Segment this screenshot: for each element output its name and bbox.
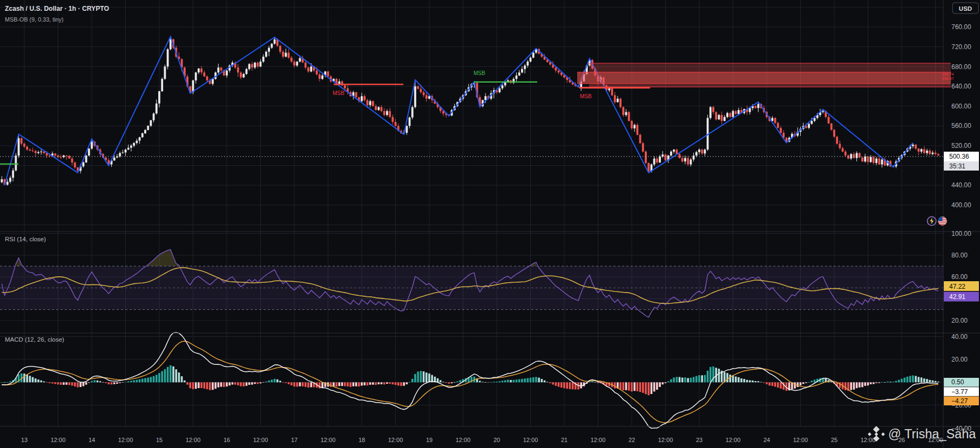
svg-text:25: 25	[831, 437, 837, 443]
svg-text:35:31: 35:31	[949, 162, 965, 170]
svg-text:12:00: 12:00	[793, 437, 808, 443]
svg-text:500.36: 500.36	[949, 153, 969, 160]
svg-text:12:00: 12:00	[523, 437, 538, 443]
svg-text:20.00: 20.00	[951, 317, 968, 324]
svg-text:15: 15	[156, 437, 163, 443]
svg-text:400.00: 400.00	[951, 201, 971, 209]
svg-text:17: 17	[291, 437, 298, 443]
svg-text:12:00: 12:00	[118, 437, 133, 443]
svg-text:12:00: 12:00	[388, 437, 403, 443]
svg-text:0.50: 0.50	[951, 378, 964, 386]
svg-text:22: 22	[628, 437, 635, 443]
svg-text:16: 16	[224, 437, 230, 443]
svg-text:640.00: 640.00	[951, 83, 971, 90]
svg-text:12:00: 12:00	[51, 437, 66, 443]
svg-text:MSB-OB (9, 0.33, tiny): MSB-OB (9, 0.33, tiny)	[5, 16, 64, 23]
svg-text:100.00: 100.00	[951, 230, 971, 237]
svg-text:−3.77: −3.77	[951, 388, 968, 396]
svg-text:659.67: 659.67	[942, 77, 954, 80]
svg-text:12:00: 12:00	[321, 437, 336, 443]
svg-text:720.00: 720.00	[951, 43, 971, 51]
svg-text:12:00: 12:00	[861, 437, 876, 443]
svg-text:20.00: 20.00	[951, 356, 968, 363]
svg-text:40.00: 40.00	[951, 333, 968, 341]
svg-text:MACD (12, 26, close): MACD (12, 26, close)	[5, 336, 64, 343]
svg-text:80.00: 80.00	[951, 252, 968, 259]
svg-text:760.00: 760.00	[951, 23, 971, 31]
svg-text:12:00: 12:00	[726, 437, 741, 443]
svg-text:42.91: 42.91	[949, 293, 965, 301]
svg-text:MSB: MSB	[333, 90, 344, 96]
svg-text:12:00: 12:00	[253, 437, 268, 443]
svg-text:24: 24	[763, 437, 770, 443]
svg-text:12:00: 12:00	[591, 437, 606, 443]
svg-text:@ Trisha_Saha: @ Trisha_Saha	[888, 427, 976, 441]
svg-text:USD: USD	[959, 5, 972, 12]
svg-text:18: 18	[359, 437, 365, 443]
svg-text:RSI (14, close): RSI (14, close)	[5, 236, 46, 242]
svg-text:684.74: 684.74	[942, 72, 954, 76]
svg-text:600.00: 600.00	[951, 103, 971, 110]
svg-text:19: 19	[426, 437, 432, 443]
svg-text:13: 13	[21, 437, 28, 443]
svg-text:12:00: 12:00	[658, 437, 673, 443]
svg-text:12:00: 12:00	[186, 437, 201, 443]
svg-text:12:00: 12:00	[456, 437, 471, 443]
svg-text:20: 20	[494, 437, 500, 443]
svg-text:47.22: 47.22	[949, 283, 965, 290]
svg-text:520.00: 520.00	[951, 142, 971, 150]
svg-text:Zcash / U.S. Dollar · 1h · CRY: Zcash / U.S. Dollar · 1h · CRYPTO	[5, 5, 109, 12]
svg-text:23: 23	[696, 437, 702, 443]
svg-text:21: 21	[561, 437, 567, 443]
svg-text:440.00: 440.00	[951, 181, 971, 189]
svg-text:680.00: 680.00	[951, 63, 971, 71]
svg-text:14: 14	[89, 437, 95, 443]
svg-text:560.00: 560.00	[951, 122, 971, 130]
svg-text:−4.27: −4.27	[951, 397, 968, 405]
svg-text:60.00: 60.00	[951, 273, 968, 281]
svg-text:MSB: MSB	[580, 93, 592, 99]
svg-text:MSB: MSB	[474, 70, 485, 76]
